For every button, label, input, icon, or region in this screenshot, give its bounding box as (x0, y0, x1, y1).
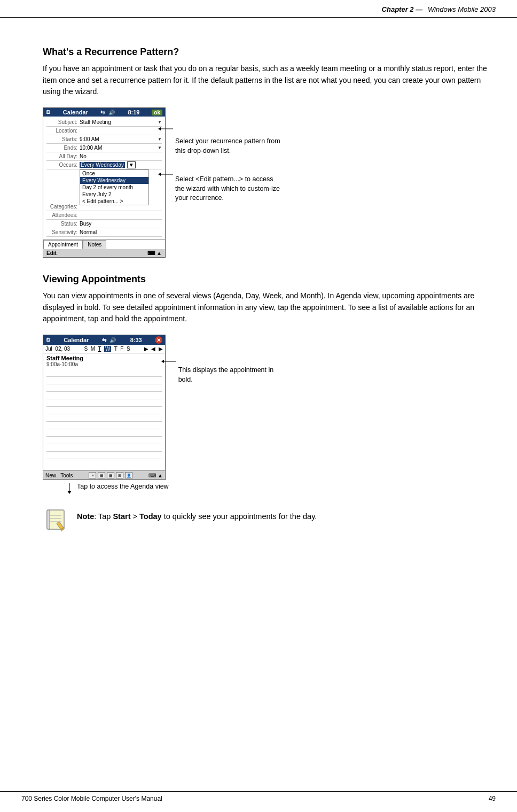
section2-title: Viewing Appointments (43, 274, 488, 285)
ok-button[interactable]: ok (152, 110, 162, 115)
calendar-screen-1: 🗓 Calendar ⇆ 🔊 8:19 ok Subject: Staff Me… (43, 107, 166, 258)
agenda-line-8 (46, 422, 162, 429)
attendees-row: Attendees: (46, 211, 162, 220)
subject-row: Subject: Staff Meeting ▼ (46, 118, 162, 127)
agenda-w: W (104, 346, 111, 352)
agenda-line-1 (46, 369, 162, 377)
dropdown-item-month[interactable]: Day 2 of every month (80, 184, 148, 191)
svg-rect-14 (47, 510, 50, 529)
dropdown-item-once[interactable]: Once (80, 170, 148, 177)
note-today: Today (139, 512, 162, 521)
main-content: What's a Recurrence Pattern? If you have… (0, 18, 517, 557)
calendar2-logo-icon: 🗓 (46, 337, 51, 343)
callout-below-screenshot: Tap to access the Agenda view (43, 482, 169, 494)
status-value: Busy (80, 221, 162, 227)
note-gt: > (130, 512, 139, 521)
subject-label: Subject: (46, 119, 80, 125)
callout-text-1: Select your recurrence pattern from this… (175, 137, 282, 156)
screenshot-area-1: 🗓 Calendar ⇆ 🔊 8:19 ok Subject: Staff Me… (43, 107, 488, 258)
header-chapter: Chapter 2 — (382, 5, 423, 14)
week-view-icon[interactable]: ▩ (107, 472, 114, 478)
occurs-row: Occurs: Every Wednesday ▼ Once Every Wed… (46, 161, 162, 169)
agenda-line-11 (46, 444, 162, 452)
agenda-t1: T (98, 346, 101, 352)
occurs-value[interactable]: Every Wednesday ▼ Once Every Wednesday D… (80, 162, 162, 168)
attendees-label: Attendees: (46, 212, 80, 218)
agenda-line-7 (46, 414, 162, 422)
note-area: Note: Tap Start > Today to quickly see y… (43, 507, 488, 532)
titlebar-time: 8:19 (128, 109, 139, 115)
agenda-line-5 (46, 399, 162, 407)
edit-label[interactable]: Edit (46, 250, 57, 256)
agenda-view-icons: ≡ ▦ ▩ ⊞ 👤 (89, 472, 132, 478)
new-button[interactable]: New (45, 473, 56, 478)
agenda-bottom-buttons: New Tools (45, 473, 73, 478)
footer-page-number: 49 (489, 795, 496, 802)
calendar-titlebar-1: 🗓 Calendar ⇆ 🔊 8:19 ok (43, 108, 165, 117)
titlebar-icons: ⇆ 🔊 (100, 110, 116, 115)
ends-value[interactable]: 10:00 AM ▼ (80, 145, 162, 151)
dropdown-item-edit[interactable]: < Edit pattern... > (80, 198, 148, 205)
agenda-line-6 (46, 407, 162, 414)
screenshot2-with-callout-below: 🗓 Calendar ⇆ 🔊 8:33 ✕ Jul 02, 03 S M T W… (43, 335, 169, 494)
close-button[interactable]: ✕ (155, 336, 162, 344)
callout-container-2: This displays the appointment in bold. (178, 335, 285, 384)
agenda-line-10 (46, 437, 162, 444)
sensitivity-label: Sensitivity: (46, 229, 80, 235)
calendar-screen-2: 🗓 Calendar ⇆ 🔊 8:33 ✕ Jul 02, 03 S M T W… (43, 335, 166, 480)
agenda-toolbar: Jul 02, 03 S M T W T F S ▶ ◀ ▶ (43, 345, 165, 353)
location-value[interactable] (80, 128, 162, 134)
section1-body: If you have an appointment or task that … (43, 63, 488, 98)
tab-notes[interactable]: Notes (83, 240, 106, 249)
svg-marker-3 (158, 173, 161, 176)
keyboard-icon[interactable]: ⌨ ▲ (147, 250, 162, 256)
contacts-view-icon[interactable]: 👤 (125, 472, 132, 478)
location-label: Location: (46, 128, 80, 134)
occurs-label: Occurs: (46, 162, 80, 168)
tab-appointment[interactable]: Appointment (43, 240, 83, 249)
tools-button[interactable]: Tools (60, 473, 73, 478)
calendar-form: Subject: Staff Meeting ▼ Location: Start… (43, 117, 165, 238)
callout-arrows-svg (158, 123, 174, 198)
starts-value[interactable]: 9:00 AM ▼ (80, 136, 162, 142)
agenda-line-12 (46, 452, 162, 459)
note-label: Note (77, 512, 94, 521)
ends-label: Ends: (46, 145, 80, 151)
svg-marker-5 (67, 491, 72, 494)
note-icon (43, 507, 68, 532)
callout-container-1: Select your recurrence pattern from this… (175, 107, 282, 203)
status-row: Status: Busy (46, 220, 162, 228)
note-svg-icon (43, 507, 68, 532)
header-title: Windows Mobile 2003 (428, 5, 496, 14)
calendar-title-text: Calendar (63, 109, 88, 115)
month-view-icon[interactable]: ⊞ (116, 472, 123, 478)
day-view-icon[interactable]: ▦ (98, 472, 105, 478)
sensitivity-value: Normal (80, 229, 162, 235)
section2-body: You can view appointments in one of seve… (43, 290, 488, 325)
note-text: Note: Tap Start > Today to quickly see y… (77, 507, 317, 523)
agenda-line-2 (46, 377, 162, 384)
dropdown-item-july[interactable]: Every July 2 (80, 191, 148, 198)
page-header: Chapter 2 — Windows Mobile 2003 (0, 0, 517, 18)
dropdown-item-wednesday[interactable]: Every Wednesday (80, 177, 148, 184)
agenda-date: Jul 02, 03 (45, 346, 70, 352)
keyboard2-icon[interactable]: ⌨ ▲ (148, 473, 163, 478)
callout3-arrow-svg (64, 483, 75, 494)
subject-value[interactable]: Staff Meeting ▼ (80, 119, 162, 125)
occurs-dropdown-arrow[interactable]: ▼ (127, 161, 136, 168)
note-colon: : Tap (94, 512, 113, 521)
calendar-titlebar-2: 🗓 Calendar ⇆ 🔊 8:33 ✕ (43, 335, 165, 345)
svg-marker-7 (161, 360, 164, 363)
allday-label: All Day: (46, 153, 80, 159)
page-footer: 700 Series Color Mobile Computer User's … (0, 791, 517, 802)
agenda-nav-icons: ▶ ◀ ▶ (144, 346, 163, 352)
callout-text-2: Select <Edit pattern...> to access the w… (175, 175, 282, 203)
titlebar2-time: 8:33 (130, 337, 142, 343)
agenda-view-icon[interactable]: ≡ (89, 472, 96, 478)
location-row: Location: (46, 127, 162, 135)
allday-row: All Day: No (46, 152, 162, 161)
agenda-event-time: 9:00a-10:00a (46, 361, 162, 367)
agenda-days-strip: S M T W T F S (84, 346, 130, 352)
calendar-logo-icon: 🗓 (46, 110, 51, 115)
tab-bar-1: Appointment Notes (43, 239, 165, 249)
